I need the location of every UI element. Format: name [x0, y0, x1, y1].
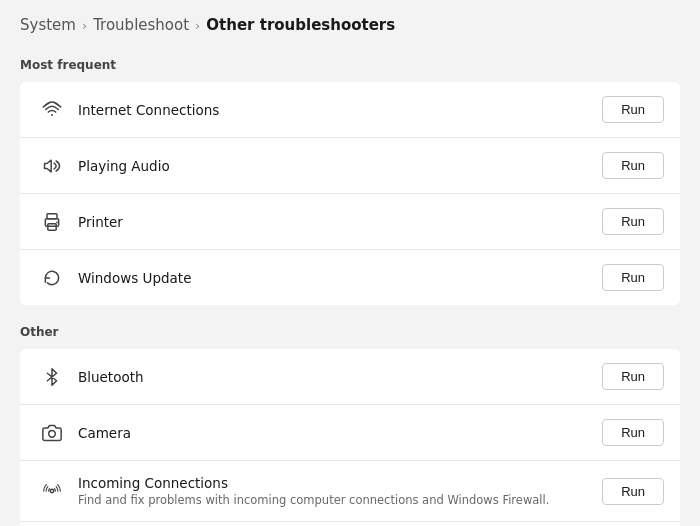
update-icon — [36, 268, 68, 288]
run-incoming-connections-button[interactable]: Run — [602, 478, 664, 505]
frequent-list: Internet Connections Run Playing Audio R… — [20, 82, 680, 305]
breadcrumb-sep-2: › — [195, 18, 200, 33]
item-playing-audio-text: Playing Audio — [68, 158, 602, 174]
item-internet-connections-text: Internet Connections — [68, 102, 602, 118]
run-camera-button[interactable]: Run — [602, 419, 664, 446]
item-windows-update: Windows Update Run — [20, 250, 680, 305]
breadcrumb: System › Troubleshoot › Other troublesho… — [0, 0, 700, 46]
incoming-icon — [36, 481, 68, 501]
run-bluetooth-button[interactable]: Run — [602, 363, 664, 390]
section-label-other: Other — [20, 321, 680, 343]
item-bluetooth-text: Bluetooth — [68, 369, 602, 385]
item-bluetooth-name: Bluetooth — [78, 369, 602, 385]
main-content: Most frequent Internet Connections Run — [0, 54, 700, 526]
item-camera: Camera Run — [20, 405, 680, 461]
other-list: Bluetooth Run Camera Run — [20, 349, 680, 526]
item-printer-text: Printer — [68, 214, 602, 230]
item-incoming-connections-text: Incoming Connections Find and fix proble… — [68, 475, 602, 507]
item-printer-name: Printer — [78, 214, 602, 230]
svg-point-6 — [49, 430, 56, 437]
audio-icon — [36, 156, 68, 176]
bluetooth-icon — [36, 367, 68, 387]
item-printer: Printer Run — [20, 194, 680, 250]
section-label-frequent: Most frequent — [20, 54, 680, 76]
item-camera-text: Camera — [68, 425, 602, 441]
breadcrumb-current: Other troubleshooters — [206, 16, 395, 34]
camera-icon — [36, 423, 68, 443]
svg-point-0 — [51, 114, 53, 116]
item-windows-update-name: Windows Update — [78, 270, 602, 286]
svg-marker-1 — [45, 160, 52, 172]
item-internet-connections-name: Internet Connections — [78, 102, 602, 118]
run-windows-update-button[interactable]: Run — [602, 264, 664, 291]
svg-rect-4 — [48, 223, 56, 230]
item-bluetooth: Bluetooth Run — [20, 349, 680, 405]
breadcrumb-system[interactable]: System — [20, 16, 76, 34]
run-printer-button[interactable]: Run — [602, 208, 664, 235]
breadcrumb-sep-1: › — [82, 18, 87, 33]
item-windows-update-text: Windows Update — [68, 270, 602, 286]
printer-icon — [36, 212, 68, 232]
item-playing-audio: Playing Audio Run — [20, 138, 680, 194]
item-internet-connections: Internet Connections Run — [20, 82, 680, 138]
run-playing-audio-button[interactable]: Run — [602, 152, 664, 179]
item-incoming-connections-name: Incoming Connections — [78, 475, 602, 491]
svg-point-7 — [50, 489, 53, 492]
svg-point-5 — [56, 221, 58, 223]
run-internet-connections-button[interactable]: Run — [602, 96, 664, 123]
item-camera-name: Camera — [78, 425, 602, 441]
wifi-icon — [36, 100, 68, 120]
item-keyboard: Keyboard Run — [20, 522, 680, 526]
item-playing-audio-name: Playing Audio — [78, 158, 602, 174]
breadcrumb-troubleshoot[interactable]: Troubleshoot — [93, 16, 189, 34]
item-incoming-connections: Incoming Connections Find and fix proble… — [20, 461, 680, 522]
item-incoming-connections-desc: Find and fix problems with incoming comp… — [78, 493, 602, 507]
